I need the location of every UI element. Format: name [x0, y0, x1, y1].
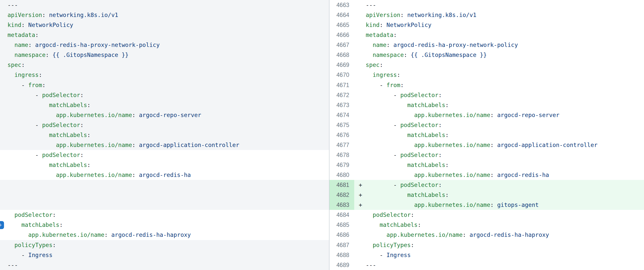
yaml-punctuation: :: [394, 32, 397, 38]
line-number[interactable]: 4663: [330, 0, 354, 10]
line-number[interactable]: 4683: [330, 200, 354, 210]
diff-marker-empty: [359, 210, 366, 220]
old-code-text: apiVersion: networking.k8s.io/v1: [0, 10, 118, 20]
line-number[interactable]: 4669: [330, 60, 354, 70]
line-number[interactable]: 4681: [330, 180, 354, 190]
new-line: 4667 name: argocd-redis-ha-proxy-network…: [330, 40, 644, 50]
split-diff-view: ---apiVersion: networking.k8s.io/v1kind:…: [0, 0, 644, 270]
old-code-text: namespace: {{ .GitopsNamespace }}: [0, 50, 129, 60]
line-number[interactable]: 4672: [330, 90, 354, 100]
yaml-punctuation: :: [52, 242, 56, 248]
yaml-key: namespace: [373, 52, 404, 58]
yaml-key: name: [14, 42, 28, 48]
line-number[interactable]: 4665: [330, 20, 354, 30]
yaml-key: matchLabels: [407, 162, 445, 168]
yaml-punctuation: :: [87, 162, 91, 168]
line-number[interactable]: 4667: [330, 40, 354, 50]
old-code-text: kind: NetworkPolicy: [0, 20, 73, 30]
old-line: ingress:: [0, 70, 329, 80]
new-code-text: - from:: [366, 80, 644, 90]
line-number[interactable]: 4687: [330, 240, 354, 250]
diff-marker-empty: [359, 230, 366, 240]
yaml-punctuation: :: [463, 232, 466, 238]
yaml-punctuation: [366, 152, 394, 158]
yaml-value: argocd-repo-server: [136, 112, 201, 118]
line-number[interactable]: 4678: [330, 150, 354, 160]
yaml-punctuation: -: [394, 92, 400, 98]
yaml-key: from: [386, 82, 400, 88]
yaml-key: app.kubernetes.io/name: [414, 112, 490, 118]
new-line: 4677 app.kubernetes.io/name: argocd-appl…: [330, 140, 644, 150]
line-number[interactable]: 4671: [330, 80, 354, 90]
line-number[interactable]: 4664: [330, 10, 354, 20]
yaml-key: spec: [8, 62, 21, 68]
diff-marker-empty: [359, 80, 366, 90]
line-number[interactable]: 4675: [330, 120, 354, 130]
yaml-punctuation: :: [42, 12, 46, 18]
yaml-punctuation: :: [446, 162, 449, 168]
diff-old-pane: ---apiVersion: networking.k8s.io/v1kind:…: [0, 0, 329, 270]
line-number[interactable]: 4684: [330, 210, 354, 220]
line-number[interactable]: 4670: [330, 70, 354, 80]
old-code-text: app.kubernetes.io/name: argocd-redis-ha-…: [0, 230, 191, 240]
yaml-punctuation: :: [21, 22, 25, 28]
yaml-key: podSelector: [14, 212, 52, 218]
add-comment-button[interactable]: +: [0, 221, 4, 229]
diff-marker-empty: [359, 70, 366, 80]
yaml-punctuation: [366, 72, 373, 78]
line-number[interactable]: 4680: [330, 170, 354, 180]
line-number[interactable]: 4688: [330, 250, 354, 260]
yaml-punctuation: [8, 162, 49, 168]
added-marker: +: [359, 190, 366, 200]
yaml-punctuation: [366, 222, 380, 228]
yaml-key: name: [373, 42, 386, 48]
diff-marker-empty: [359, 160, 366, 170]
line-number[interactable]: 4689: [330, 260, 354, 270]
line-number[interactable]: 4682: [330, 190, 354, 200]
yaml-punctuation: [8, 112, 56, 118]
new-line: 4680 app.kubernetes.io/name: argocd-redi…: [330, 170, 644, 180]
yaml-punctuation: ---: [366, 2, 376, 8]
new-code-text: - podSelector:: [366, 180, 644, 190]
yaml-punctuation: :: [446, 132, 449, 138]
new-line: 4672 - podSelector:: [330, 90, 644, 100]
line-number[interactable]: 4666: [330, 30, 354, 40]
yaml-punctuation: :: [42, 82, 46, 88]
diff-marker-empty: [359, 260, 366, 270]
new-code-text: - podSelector:: [366, 120, 644, 130]
yaml-punctuation: [8, 122, 35, 128]
line-number[interactable]: 4679: [330, 160, 354, 170]
new-code-text: spec:: [366, 60, 644, 70]
old-line-spacer: [0, 200, 329, 210]
yaml-key: policyTypes: [14, 242, 52, 248]
line-number[interactable]: 4673: [330, 100, 354, 110]
yaml-punctuation: -: [35, 122, 42, 128]
old-code-text: spec:: [0, 60, 25, 70]
yaml-punctuation: [366, 52, 373, 58]
new-line: 4684 podSelector:: [330, 210, 644, 220]
line-number[interactable]: 4668: [330, 50, 354, 60]
yaml-punctuation: :: [80, 92, 84, 98]
line-number[interactable]: 4676: [330, 130, 354, 140]
old-line: policyTypes:: [0, 240, 329, 250]
yaml-punctuation: [366, 232, 386, 238]
line-number[interactable]: 4674: [330, 110, 354, 120]
line-number[interactable]: 4677: [330, 140, 354, 150]
yaml-key: apiVersion: [8, 12, 42, 18]
new-code-text: policyTypes:: [366, 240, 644, 250]
diff-marker-empty: [359, 130, 366, 140]
yaml-key: matchLabels: [407, 102, 445, 108]
yaml-key: app.kubernetes.io/name: [56, 112, 132, 118]
new-line: 4678 - podSelector:: [330, 150, 644, 160]
yaml-value: argocd-application-controller: [136, 142, 239, 148]
old-code-text: matchLabels:: [0, 220, 63, 230]
yaml-value: argocd-application-controller: [494, 142, 597, 148]
yaml-key: podSelector: [400, 92, 438, 98]
yaml-punctuation: [366, 192, 407, 198]
new-code-text: name: argocd-redis-ha-proxy-network-poli…: [366, 40, 644, 50]
line-number[interactable]: 4685: [330, 220, 354, 230]
yaml-punctuation: :: [411, 212, 414, 218]
diff-new-pane: 4663---4664apiVersion: networking.k8s.io…: [330, 0, 644, 270]
yaml-punctuation: :: [46, 52, 49, 58]
line-number[interactable]: 4686: [330, 230, 354, 240]
